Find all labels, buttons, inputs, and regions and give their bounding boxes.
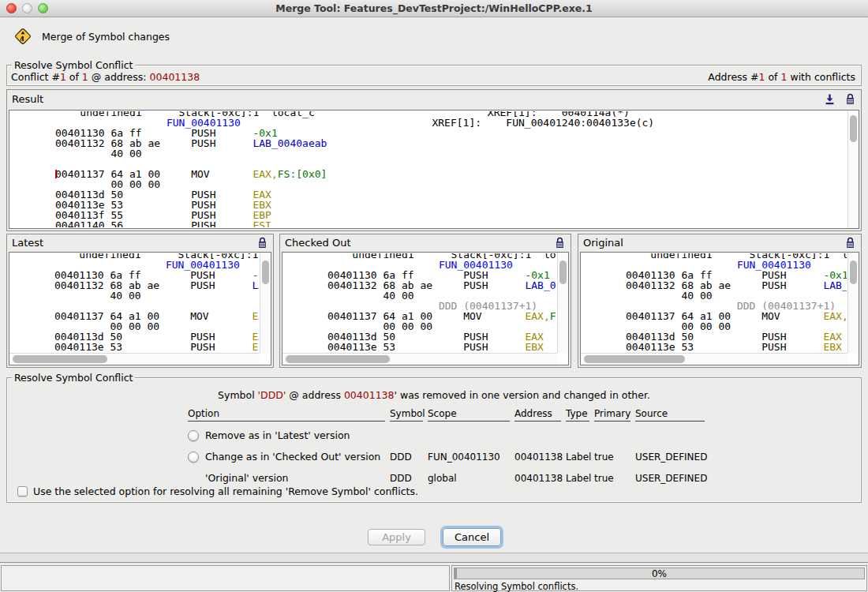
listing-line: 40 00 [54, 290, 259, 301]
option-cell: 00401138 [514, 473, 566, 484]
column-header: Symbol [390, 408, 423, 422]
phase-header: Merge of Symbol changes [13, 27, 170, 46]
option-label: Change as in 'Checked Out' version [205, 451, 380, 463]
original-vertical-scrollbar[interactable] [847, 253, 859, 353]
status-panel-left [1, 565, 450, 591]
result-panel-header: Result [7, 90, 861, 109]
resolve-groupbox-title: Resolve Symbol Conflict [12, 372, 135, 384]
original-panel-title: Original [583, 237, 623, 249]
titlebar: Merge Tool: Features_DevTestProject:/Win… [0, 0, 868, 17]
cancel-button[interactable]: Cancel [443, 528, 501, 546]
conflict-groupbox: Resolve Symbol Conflict Conflict #1 of 1… [6, 65, 862, 86]
option-cell: USER_DEFINED [635, 473, 709, 484]
option-label: Remove as in 'Latest' version [205, 429, 350, 441]
conflict-counter: Conflict #1 of 1 @ address: 00401138 [11, 71, 200, 83]
listing-line: 00401137 64 a1 00 MOV EAX,FS:[0x0] [55, 169, 847, 179]
latest-panel-header: Latest [7, 234, 273, 252]
address-counter: Address #1 of 1 with conflicts [708, 71, 855, 83]
result-disassembly-listing[interactable]: undefined1 Stack[-0xc]:1 local_c XREF[1]… [10, 111, 847, 227]
option-radio[interactable] [188, 451, 199, 463]
listing-line: 00401140 56 PUSH ESI [55, 220, 847, 227]
progress-percent: 0% [652, 568, 667, 579]
result-panel-title: Result [12, 93, 43, 105]
column-header: Address [514, 408, 561, 422]
latest-panel: Latest undefined1 Stack[-0xc]:1 local_c … [6, 234, 274, 368]
lock-icon[interactable] [845, 237, 855, 249]
checked-out-vertical-scrollbar[interactable] [557, 253, 568, 353]
column-header: Type [566, 408, 589, 422]
conflict-message: Symbol 'DDD' @ address 00401138' was rem… [7, 389, 861, 401]
lock-icon[interactable] [555, 237, 565, 249]
window-title: Merge Tool: Features_DevTestProject:/Win… [0, 0, 868, 17]
option-row: Remove as in 'Latest' version [188, 425, 709, 446]
option-cell: DDD [390, 473, 428, 484]
option-cell: true [594, 451, 635, 463]
latest-horizontal-scrollbar[interactable] [9, 353, 260, 365]
listing-line: 00401132 68 ab ae PUSH LAB_0040aeab [55, 138, 847, 148]
original-panel-header: Original [578, 234, 861, 252]
checked-out-horizontal-scrollbar[interactable] [282, 353, 557, 365]
column-header: Source [635, 408, 705, 422]
option-cell: Label [566, 451, 594, 463]
option-label: 'Original' version [205, 472, 289, 484]
close-button[interactable] [6, 3, 17, 13]
latest-disassembly-listing[interactable]: undefined1 Stack[-0xc]:1 local_c XREF[1]… [10, 253, 259, 353]
lock-icon[interactable] [257, 237, 268, 249]
download-icon[interactable] [824, 93, 836, 105]
zoom-button[interactable] [38, 3, 48, 13]
resolve-groupbox: Resolve Symbol Conflict Symbol 'DDD' @ a… [6, 377, 862, 503]
checked-out-panel-title: Checked Out [285, 237, 350, 249]
option-row: Change as in 'Checked Out' versionDDDFUN… [188, 446, 709, 467]
status-panel-right: 0% Resolving Symbol conflicts. [451, 565, 867, 591]
option-cell: DDD [390, 451, 428, 463]
checked-out-disassembly-listing[interactable]: undefined1 Stack[-0xc]:1 local_c XREF[1]… [283, 253, 556, 353]
option-radio[interactable] [188, 430, 199, 441]
status-divider [0, 553, 868, 563]
phase-title: Merge of Symbol changes [42, 31, 170, 43]
column-header: Scope [428, 408, 510, 422]
option-cell: FUN_00401130 [428, 451, 514, 463]
latest-panel-title: Latest [12, 237, 43, 249]
use-for-all-checkbox[interactable] [17, 486, 28, 496]
latest-vertical-scrollbar[interactable] [260, 253, 271, 353]
option-cell: Label [566, 473, 594, 484]
option-cell: USER_DEFINED [635, 451, 709, 463]
original-disassembly-listing[interactable]: undefined1 Stack[-0xc]:1 local_c XREF[1]… [582, 253, 847, 353]
apply-button[interactable]: Apply [368, 529, 425, 545]
conflict-groupbox-title: Resolve Symbol Conflict [12, 59, 135, 71]
lock-icon[interactable] [845, 93, 855, 105]
status-message: Resolving Symbol conflicts. [455, 581, 578, 592]
original-horizontal-scrollbar[interactable] [581, 353, 847, 365]
column-header: Primary [594, 408, 630, 422]
use-for-all-label: Use the selected option for resolving al… [33, 485, 418, 497]
result-vertical-scrollbar[interactable] [847, 111, 859, 228]
original-panel: Original undefined1 Stack[-0xc]:1 local_… [578, 234, 862, 368]
result-panel: Result undefined1 Stack[-0xc]:1 local_c … [6, 89, 862, 231]
table-header-row: OptionSymbolScopeAddressTypePrimarySourc… [188, 408, 709, 422]
column-header: Option [188, 408, 385, 422]
checked-out-panel-header: Checked Out [280, 234, 571, 252]
progress-fill [455, 568, 457, 579]
listing-line: 40 00 [55, 148, 847, 159]
checked-out-panel: Checked Out undefined1 Stack[-0xc]:1 loc… [279, 234, 571, 368]
merge-sign-icon [13, 27, 32, 46]
option-cell: global [428, 473, 514, 484]
conflict-option-table: OptionSymbolScopeAddressTypePrimarySourc… [188, 408, 709, 489]
minimize-button[interactable] [22, 3, 32, 13]
use-for-all-row: Use the selected option for resolving al… [17, 485, 418, 497]
option-cell: true [594, 473, 635, 484]
progress-bar: 0% [454, 568, 865, 579]
option-cell: 00401138 [514, 451, 566, 463]
